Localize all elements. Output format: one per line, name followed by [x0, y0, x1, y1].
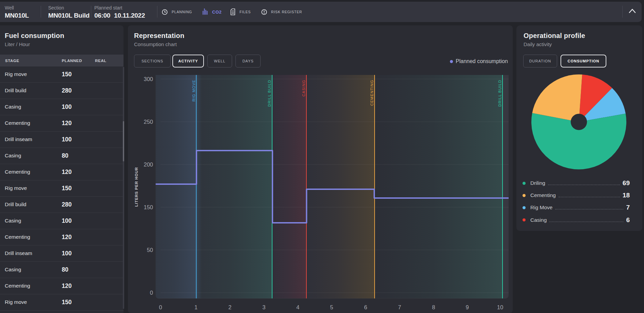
svg-text:9: 9 [466, 304, 469, 310]
svg-text:200: 200 [144, 161, 153, 168]
svg-text:8: 8 [432, 304, 435, 310]
svg-text:0: 0 [150, 290, 153, 296]
svg-text:4: 4 [296, 304, 299, 310]
svg-text:2: 2 [228, 304, 231, 310]
svg-text:1: 1 [194, 304, 197, 310]
svg-text:10: 10 [497, 304, 503, 310]
svg-text:LITERS PER HOUR: LITERS PER HOUR [134, 167, 138, 207]
svg-text:300: 300 [144, 76, 153, 82]
svg-text:DRILL BUILD: DRILL BUILD [267, 80, 271, 106]
svg-text:3: 3 [262, 304, 265, 310]
svg-text:50: 50 [147, 247, 153, 253]
svg-text:5: 5 [330, 304, 333, 310]
svg-text:CEMENTING: CEMENTING [370, 80, 374, 106]
svg-text:DRILL BUILD: DRILL BUILD [498, 80, 502, 106]
svg-text:6: 6 [364, 304, 367, 310]
svg-text:250: 250 [144, 119, 153, 125]
svg-text:RIG MOVE: RIG MOVE [192, 80, 196, 102]
svg-text:CASING: CASING [302, 80, 306, 96]
svg-text:0: 0 [159, 304, 162, 310]
svg-text:150: 150 [144, 204, 153, 210]
svg-text:7: 7 [398, 304, 401, 310]
